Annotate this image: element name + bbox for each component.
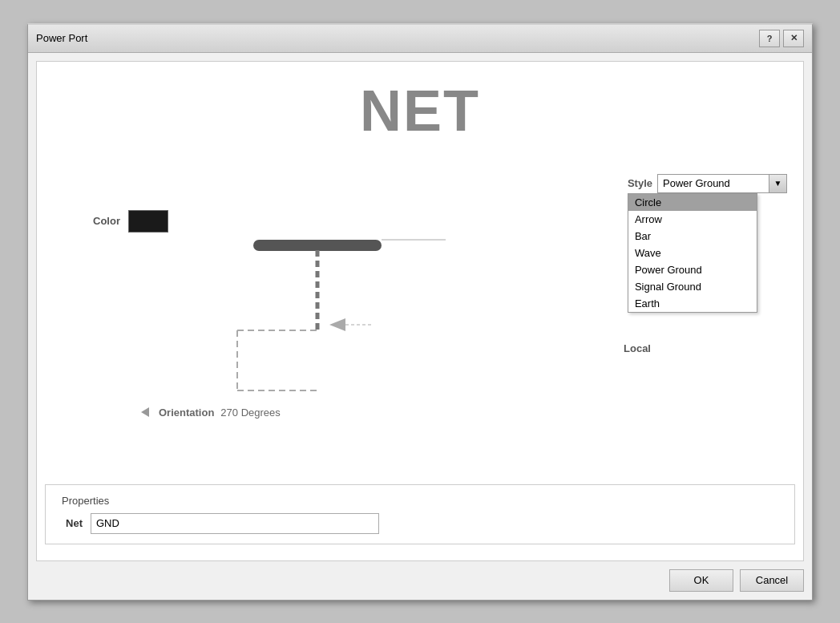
local-label: Local (624, 342, 651, 354)
properties-group: Net (59, 513, 781, 534)
dialog-footer: OK Cancel (28, 569, 812, 600)
ok-button[interactable]: OK (669, 569, 733, 592)
color-swatch[interactable] (128, 210, 168, 233)
properties-title: Properties (59, 495, 112, 507)
style-display: Power Ground (657, 174, 769, 193)
dropdown-item-signal-ground[interactable]: Signal Ground (628, 278, 757, 295)
style-row: Style Power Ground ▼ Circle Arrow Bar Wa… (628, 174, 787, 193)
net-field-label: Net (59, 517, 83, 529)
net-input[interactable] (91, 513, 379, 534)
dropdown-item-circle[interactable]: Circle (628, 194, 757, 211)
orientation-value: 270 Degrees (220, 407, 280, 419)
properties-section: Properties Net (45, 484, 795, 544)
svg-rect-0 (253, 240, 382, 251)
title-bar-left: Power Port (36, 32, 87, 44)
svg-marker-5 (329, 318, 345, 331)
close-button[interactable]: ✕ (783, 30, 804, 47)
style-label: Style (628, 177, 652, 189)
orientation-row: Orientation 270 Degrees (141, 407, 281, 419)
dialog-body: NET Color Style Power Ground ▼ Circle Ar… (36, 61, 804, 561)
power-port-dialog: Power Port ? ✕ NET Color Style Power Gro… (27, 23, 813, 601)
color-row: Color (93, 210, 168, 233)
style-dropdown-button[interactable]: ▼ (769, 174, 787, 193)
title-bar: Power Port ? ✕ (28, 25, 812, 53)
properties-wrapper: Properties Net (45, 484, 795, 552)
orientation-label: Orientation (159, 407, 214, 419)
dropdown-item-earth[interactable]: Earth (628, 295, 757, 312)
dropdown-item-wave[interactable]: Wave (628, 245, 757, 261)
orientation-arrow-icon (141, 407, 149, 417)
dialog-title: Power Port (36, 32, 87, 44)
power-port-symbol (205, 206, 446, 407)
style-dropdown-list: Circle Arrow Bar Wave Power Ground Signa… (628, 193, 757, 313)
cancel-button[interactable]: Cancel (740, 569, 804, 592)
help-button[interactable]: ? (759, 30, 780, 47)
title-bar-buttons: ? ✕ (759, 30, 804, 47)
color-label: Color (93, 215, 120, 227)
dropdown-item-power-ground[interactable]: Power Ground (628, 261, 757, 278)
dropdown-item-bar[interactable]: Bar (628, 228, 757, 245)
style-selector: Power Ground ▼ Circle Arrow Bar Wave Pow… (657, 174, 787, 193)
dropdown-item-arrow[interactable]: Arrow (628, 211, 757, 228)
preview-area: NET Color Style Power Ground ▼ Circle Ar… (45, 70, 795, 476)
net-preview-label: NET (45, 78, 795, 144)
